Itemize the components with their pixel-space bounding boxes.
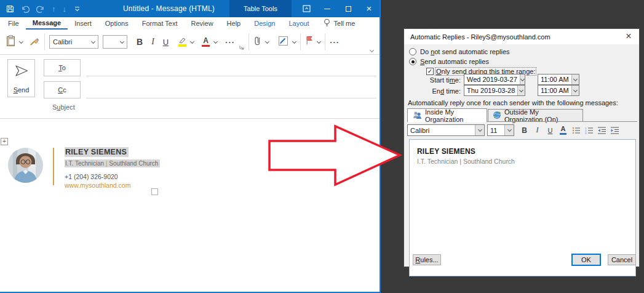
chevron-down-icon (571, 86, 579, 95)
subject-field[interactable]: Subject (52, 103, 75, 111)
increase-indent-icon[interactable] (610, 125, 620, 136)
auto-reply-note: Automatically reply once for each sender… (408, 99, 618, 106)
end-time-label: End time: (423, 87, 461, 95)
auto-reply-message-editor[interactable]: RILEY SIEMENS I.T. Technician | Southlan… (409, 139, 636, 276)
save-icon[interactable] (6, 5, 14, 13)
start-time-dropdown[interactable]: 11:00 AM (538, 74, 579, 85)
editor-font-combo[interactable]: Calibri (407, 124, 485, 136)
ok-button[interactable]: OK (571, 254, 601, 266)
signature-photo (8, 148, 43, 183)
window-title: Untitled - Message (HTML) (123, 0, 215, 17)
font-size-combo[interactable] (103, 35, 127, 49)
close-button[interactable]: × (365, 4, 373, 13)
tell-me-box[interactable]: Tell me (319, 17, 360, 30)
signature-website-link[interactable]: www.mysouthland.com (65, 182, 160, 189)
numbered-list-icon[interactable]: 123 (584, 125, 594, 136)
tab-insert[interactable]: Insert (68, 17, 98, 30)
lightbulb-icon (324, 18, 330, 28)
tab-help[interactable]: Help (220, 17, 248, 30)
font-color-icon[interactable]: A (202, 37, 210, 47)
tab-format-text[interactable]: Format Text (135, 17, 185, 30)
editor-signature-job: I.T. Technician | Southland Church (417, 158, 628, 165)
bullet-list-icon[interactable] (571, 125, 581, 136)
flag-dropdown-icon[interactable] (317, 39, 321, 43)
signature-job-line: I.T. Technician | Southland Church (65, 159, 160, 167)
people-icon (412, 111, 422, 120)
collapse-ribbon-icon[interactable] (370, 48, 374, 52)
tab-review[interactable]: Review (185, 17, 220, 30)
paste-icon[interactable] (6, 35, 15, 49)
undo-icon[interactable] (21, 5, 30, 13)
tab-options[interactable]: Options (98, 17, 135, 30)
move-up-icon[interactable]: ↑ (52, 5, 56, 13)
cancel-button[interactable]: Cancel (608, 254, 636, 265)
ribbon-tab-bar: File Message Insert Options Format Text … (0, 17, 380, 30)
maximize-button[interactable] (344, 4, 352, 13)
tab-inside-my-organization[interactable]: Inside My Organization (407, 108, 487, 122)
tab-file[interactable]: File (1, 17, 26, 30)
cc-field[interactable] (86, 98, 376, 98)
signature-icon[interactable] (278, 36, 288, 49)
editor-size-combo[interactable]: 11 (487, 124, 514, 136)
editor-font-color-icon[interactable]: A (558, 125, 568, 136)
editor-underline-icon[interactable]: U (545, 125, 555, 136)
font-name-combo[interactable]: Calibri (49, 35, 98, 49)
ribbon-separator (248, 33, 249, 50)
to-button[interactable]: To (44, 59, 81, 76)
automatic-replies-dialog: Automatic Replies - RileyS@mysouthland.c… (403, 28, 640, 267)
ribbon-overflow-icon[interactable]: ··· (330, 38, 340, 47)
font-color-dropdown-icon[interactable] (213, 39, 218, 43)
highlight-icon[interactable] (178, 37, 186, 47)
ribbon-separator (325, 33, 325, 50)
editor-italic-icon[interactable]: I (532, 125, 543, 136)
radio-do-not-send[interactable]: Do not send automatic replies (409, 48, 510, 55)
attach-file-icon[interactable] (253, 35, 261, 49)
chevron-down-icon (475, 125, 484, 135)
redo-icon[interactable] (36, 5, 45, 13)
tab-outside-my-organization[interactable]: Outside My Organization (On) (488, 109, 583, 122)
table-tools-contextual-tab[interactable]: Table Tools (229, 0, 292, 17)
editor-bold-icon[interactable]: B (519, 125, 530, 136)
radio-send-replies[interactable]: Send automatic replies (409, 58, 489, 65)
tab-message[interactable]: Message (26, 17, 68, 30)
underline-icon[interactable]: U (163, 38, 169, 47)
to-field[interactable] (86, 76, 376, 76)
ribbon-display-options-icon[interactable] (302, 4, 311, 13)
dialog-launcher-icon[interactable] (239, 41, 244, 52)
ribbon-separator (44, 33, 45, 50)
tab-design[interactable]: Design (247, 17, 282, 30)
move-down-icon[interactable]: ↓ (63, 5, 67, 13)
minimize-button[interactable] (323, 4, 332, 13)
table-resize-handle[interactable] (151, 188, 158, 195)
chevron-down-icon (571, 74, 579, 84)
rules-button[interactable]: Rules... (413, 254, 441, 265)
checkbox-checked-icon[interactable]: ✓ (426, 68, 434, 75)
basic-text-overflow-icon[interactable]: ··· (225, 38, 235, 47)
bold-icon[interactable]: B (137, 37, 143, 47)
window-controls: × (302, 0, 373, 17)
customize-qat-icon[interactable] (74, 6, 80, 12)
send-button[interactable]: Send (7, 59, 35, 97)
signature-divider (53, 148, 54, 185)
format-painter-icon[interactable] (30, 36, 40, 49)
signature-dropdown-icon[interactable] (292, 39, 296, 43)
highlight-dropdown-icon[interactable] (190, 39, 194, 43)
chevron-down-icon (504, 125, 514, 135)
attach-dropdown-icon[interactable] (265, 39, 269, 43)
end-time-dropdown[interactable]: 11:00 AM (538, 85, 579, 96)
table-move-handle-icon[interactable]: + (1, 138, 8, 145)
organization-tabs: Inside My Organization Outside My Organi… (407, 108, 637, 122)
tab-layout[interactable]: Layout (282, 17, 316, 30)
italic-icon[interactable]: I (151, 37, 154, 47)
cc-button[interactable]: Cc (44, 81, 81, 98)
follow-up-flag-icon[interactable] (305, 36, 313, 48)
radio-selected-icon[interactable] (409, 58, 416, 65)
decrease-indent-icon[interactable] (597, 125, 607, 136)
globe-icon (493, 111, 501, 121)
ribbon-toolbar: Calibri B I U A ··· (0, 30, 380, 55)
dialog-close-icon[interactable]: × (623, 31, 634, 42)
start-date-dropdown[interactable]: Wed 2019-03-27 (464, 74, 525, 85)
paste-dropdown-icon[interactable] (19, 39, 23, 43)
radio-icon[interactable] (409, 48, 416, 55)
end-date-dropdown[interactable]: Thu 2019-03-28 (464, 85, 525, 96)
